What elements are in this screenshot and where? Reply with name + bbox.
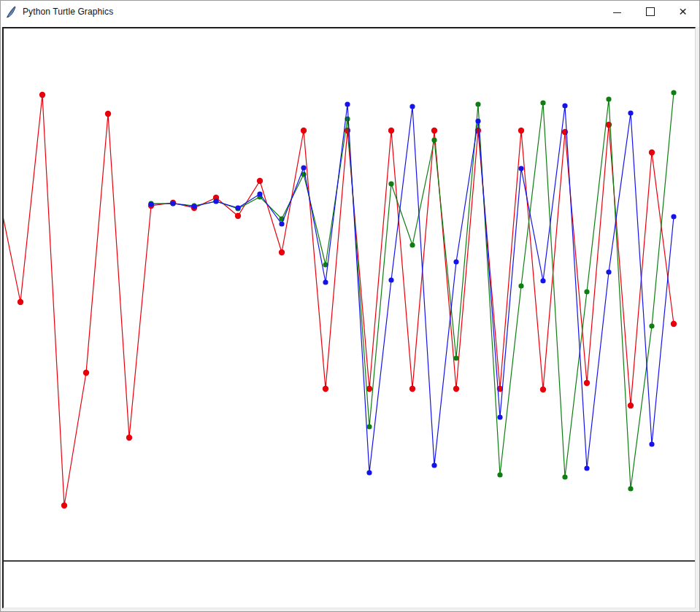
green-series-marker [562,474,567,479]
blue-series-marker [279,221,284,226]
minimize-button[interactable] [601,1,634,23]
red-series-marker [213,195,219,201]
red-series-marker [540,387,546,392]
red-series-marker [279,249,285,255]
green-series-marker [649,323,654,328]
green-series-marker [671,90,676,95]
blue-series-marker [191,204,196,209]
maximize-icon [646,7,655,16]
blue-series-line [151,104,674,473]
green-series-marker [170,201,175,206]
green-series-marker [301,171,306,177]
blue-series-marker [235,205,240,210]
blue-series-marker [409,104,415,109]
red-series-marker [191,205,197,211]
window-controls: × [601,1,699,23]
red-series-marker [409,386,415,392]
green-series-marker [213,198,218,204]
green-series-marker [148,201,153,206]
green-series-marker [431,137,436,142]
blue-series-marker [148,201,153,206]
green-series-marker [409,242,415,247]
red-series-marker [126,435,132,441]
blue-series-marker [562,103,567,108]
red-series-marker [649,150,655,155]
red-series-marker [628,403,634,408]
red-series-marker [453,386,459,392]
red-series-marker [497,386,503,392]
blue-series-marker [453,259,458,264]
blue-series-marker [475,118,480,123]
green-series-marker [497,472,502,477]
app-window: Python Turtle Graphics × [0,0,700,612]
python-feather-icon-svg [6,6,18,18]
green-series-marker [345,116,350,121]
red-series-marker [388,128,394,133]
green-series-line [151,93,674,489]
red-series-marker [301,128,307,133]
red-series-marker [671,321,677,327]
green-series-marker [628,486,633,491]
red-series-marker [366,386,372,392]
blue-series-marker [323,279,328,284]
green-series-marker [606,96,611,101]
green-series-marker [518,283,523,288]
green-series-marker [453,355,458,360]
green-series-marker [235,206,240,211]
blue-series-marker [213,198,218,204]
python-feather-icon [6,6,18,18]
red-series-marker [475,128,481,133]
red-series-marker [345,128,350,133]
red-series-line [2,95,674,506]
close-button[interactable]: × [666,1,699,23]
blue-series-marker [345,101,350,106]
close-icon: × [679,4,687,18]
blue-series-marker [170,201,175,206]
turtle-canvas [2,27,696,608]
green-series-marker [584,289,589,294]
red-series-marker [235,213,241,219]
window-titlebar: Python Turtle Graphics × [1,1,699,27]
red-series-marker [584,380,590,386]
green-series-marker [366,424,372,429]
red-series-marker [257,178,263,184]
blue-series-marker [431,462,436,468]
green-series-marker [540,100,545,105]
green-series-marker [279,216,284,221]
blue-series-marker [301,165,306,170]
red-series-marker [39,92,45,98]
red-series-marker [562,129,568,135]
green-series-marker [475,101,480,106]
minimize-icon [613,12,621,13]
red-series-marker [105,111,111,117]
green-series-marker [257,194,262,199]
blue-series-marker [497,414,502,419]
red-series-marker [606,122,612,128]
red-series-marker [148,203,154,209]
window-title: Python Turtle Graphics [23,7,113,17]
blue-series-marker [366,470,372,475]
green-series-marker [388,181,393,186]
maximize-button[interactable] [634,1,666,23]
red-series-marker [431,128,437,133]
blue-series-marker [388,277,393,282]
blue-series-marker [584,465,589,470]
blue-series-marker [518,166,523,171]
blue-series-marker [649,441,654,446]
blue-series-marker [671,214,676,219]
red-series-marker [83,370,89,376]
blue-series-marker [628,110,633,115]
green-series-marker [191,203,196,208]
red-series-marker [323,386,328,392]
blue-series-marker [540,278,545,283]
red-series-marker [518,128,524,133]
red-series-marker [61,503,67,508]
green-series-marker [323,262,328,267]
red-series-marker [18,299,23,305]
red-series-marker [170,200,176,206]
blue-series-marker [606,269,611,274]
blue-series-marker [257,191,262,196]
chart-svg [2,27,696,608]
titlebar-row: Python Turtle Graphics × [1,1,699,23]
